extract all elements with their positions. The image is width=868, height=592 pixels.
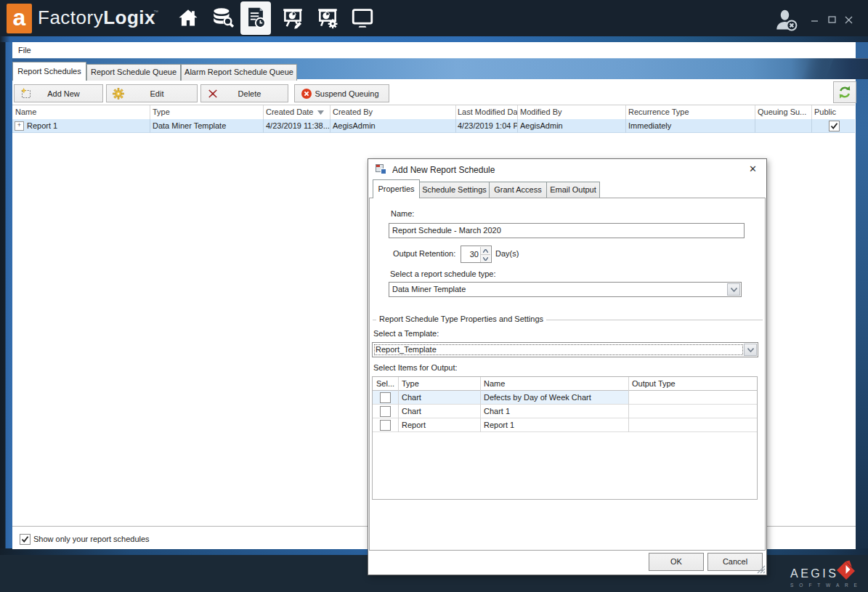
menu-file[interactable]: File bbox=[18, 46, 31, 57]
monitor-icon[interactable] bbox=[347, 1, 378, 35]
schedule-type-combobox[interactable]: Data Miner Template bbox=[389, 282, 742, 297]
edit-button[interactable]: Edit bbox=[106, 84, 198, 102]
items-row-3-name: Report 1 bbox=[480, 418, 632, 431]
cell-recurrence: Immediately bbox=[625, 119, 755, 132]
col-modified-by[interactable]: Modified By bbox=[517, 105, 626, 118]
name-label: Name: bbox=[391, 209, 414, 218]
cell-modified-by: AegisAdmin bbox=[517, 119, 626, 132]
database-search-icon[interactable] bbox=[208, 1, 238, 35]
template-label: Select a Template: bbox=[373, 329, 439, 338]
focus-rectangle bbox=[374, 344, 743, 355]
cell-type: Data Miner Template bbox=[150, 119, 264, 132]
presentation-edit-icon[interactable] bbox=[277, 1, 308, 35]
col-queuing-suspended[interactable]: Queuing Su... bbox=[755, 105, 812, 118]
sort-desc-icon[interactable] bbox=[317, 110, 324, 115]
output-retention-stepper[interactable]: 30 bbox=[461, 246, 492, 263]
brand-name: FactoryLogix bbox=[38, 7, 155, 29]
items-row-3-checkbox[interactable] bbox=[380, 420, 391, 431]
items-table: Sel... Type Name Output Type Chart Defec… bbox=[372, 376, 758, 500]
tab-alarm-report-schedule-queue[interactable]: Alarm Report Schedule Queue bbox=[181, 64, 297, 81]
add-new-button[interactable]: Add New bbox=[14, 84, 103, 102]
home-icon[interactable] bbox=[173, 1, 203, 35]
col-type[interactable]: Type bbox=[150, 105, 264, 118]
delete-icon bbox=[207, 88, 219, 100]
titlebar: a FactoryLogix ™ bbox=[0, 0, 868, 36]
items-col-output-type: Output Type bbox=[628, 377, 760, 390]
template-dropdown-icon[interactable] bbox=[744, 344, 757, 356]
spin-down-icon[interactable] bbox=[480, 254, 490, 262]
items-label: Select Items for Output: bbox=[373, 363, 458, 372]
grid-row-report-1[interactable]: + Report 1 Data Miner Template 4/23/2019… bbox=[12, 119, 855, 133]
tab-report-schedule-queue[interactable]: Report Schedule Queue bbox=[86, 64, 181, 81]
items-row-1[interactable]: Chart Defects by Day of Week Chart bbox=[373, 391, 757, 405]
groupbox-title: Report Schedule Type Properties and Sett… bbox=[376, 315, 546, 323]
minimize-button[interactable] bbox=[808, 15, 822, 25]
template-combobox[interactable]: Report_Template bbox=[372, 342, 758, 357]
delete-label: Delete bbox=[238, 89, 261, 98]
refresh-button[interactable] bbox=[833, 81, 856, 103]
dialog-tab-schedule-settings[interactable]: Schedule Settings bbox=[419, 182, 490, 198]
add-new-icon bbox=[20, 88, 32, 100]
ok-button[interactable]: OK bbox=[649, 553, 704, 571]
maximize-button[interactable] bbox=[825, 15, 838, 25]
items-sep-1 bbox=[398, 377, 399, 432]
show-only-checkbox[interactable] bbox=[20, 534, 31, 545]
items-row-1-type: Chart bbox=[398, 391, 484, 404]
dialog-tab-email-output[interactable]: Email Output bbox=[546, 182, 600, 198]
trademark: ™ bbox=[153, 9, 158, 15]
col-created-by[interactable]: Created By bbox=[330, 105, 456, 118]
add-new-label: Add New bbox=[47, 89, 80, 98]
items-row-1-name: Defects by Day of Week Chart bbox=[480, 391, 632, 404]
app-logo: a bbox=[7, 4, 32, 33]
col-recurrence-type[interactable]: Recurrence Type bbox=[625, 105, 755, 118]
cell-last-modified: 4/23/2019 1:04 PM bbox=[455, 119, 518, 132]
app-window: a FactoryLogix ™ bbox=[0, 0, 868, 592]
dialog-tab-grant-access[interactable]: Grant Access bbox=[489, 182, 547, 198]
items-row-1-checkbox[interactable] bbox=[380, 392, 391, 403]
public-checkbox[interactable] bbox=[829, 121, 840, 131]
col-public[interactable]: Public bbox=[811, 105, 856, 118]
refresh-icon bbox=[837, 85, 852, 100]
dialog-tab-properties[interactable]: Properties bbox=[373, 179, 420, 198]
dialog-close-icon[interactable]: ✕ bbox=[749, 163, 757, 174]
close-button[interactable] bbox=[842, 15, 855, 25]
cell-queuing bbox=[755, 119, 812, 132]
items-row-2-type: Chart bbox=[398, 405, 484, 418]
delete-button[interactable]: Delete bbox=[200, 84, 288, 102]
items-col-name: Name bbox=[480, 377, 632, 390]
col-name[interactable]: Name bbox=[12, 105, 150, 118]
window-border-top bbox=[0, 36, 868, 42]
cancel-button[interactable]: Cancel bbox=[707, 553, 763, 571]
reports-icon[interactable] bbox=[240, 1, 271, 35]
day-unit-label: Day(s) bbox=[495, 249, 519, 258]
items-row-2[interactable]: Chart Chart 1 bbox=[373, 405, 757, 418]
dialog-window-icon bbox=[376, 164, 386, 175]
presentation-settings-icon[interactable] bbox=[312, 1, 343, 35]
user-logout-icon[interactable] bbox=[773, 9, 800, 33]
items-col-sel: Sel... bbox=[373, 377, 402, 390]
col-last-modified-date[interactable]: Last Modified Date bbox=[455, 105, 518, 118]
cell-created-by: AegisAdmin bbox=[330, 119, 456, 132]
spin-up-icon[interactable] bbox=[480, 247, 490, 254]
show-only-label: Show only your report schedules bbox=[33, 535, 150, 543]
output-retention-value: 30 bbox=[461, 246, 479, 262]
items-row-3[interactable]: Report Report 1 bbox=[373, 418, 757, 432]
window-border-right bbox=[856, 42, 868, 548]
name-input[interactable]: Report Schedule - March 2020 bbox=[389, 223, 745, 238]
schedule-type-dropdown-icon[interactable] bbox=[727, 283, 740, 296]
suspend-queuing-button[interactable]: Suspend Queuing bbox=[294, 84, 389, 102]
row-expander-icon[interactable]: + bbox=[15, 121, 24, 131]
schedule-type-label: Select a report schedule type: bbox=[390, 269, 496, 278]
items-row-3-type: Report bbox=[398, 418, 484, 431]
tabstrip-band-highlight bbox=[12, 58, 868, 59]
dialog-properties-panel: Name: Report Schedule - March 2020 Outpu… bbox=[369, 198, 766, 551]
items-row-2-checkbox[interactable] bbox=[380, 406, 391, 417]
aegis-logo-mark bbox=[835, 559, 858, 582]
dialog-title: Add New Report Schedule bbox=[392, 165, 495, 175]
resize-grip[interactable] bbox=[756, 564, 766, 574]
window-border-left bbox=[0, 42, 12, 548]
tab-report-schedules[interactable]: Report Schedules bbox=[12, 62, 86, 81]
cell-name: Report 1 bbox=[24, 119, 150, 132]
items-sep-2 bbox=[480, 377, 481, 432]
items-table-header: Sel... Type Name Output Type bbox=[373, 377, 757, 391]
